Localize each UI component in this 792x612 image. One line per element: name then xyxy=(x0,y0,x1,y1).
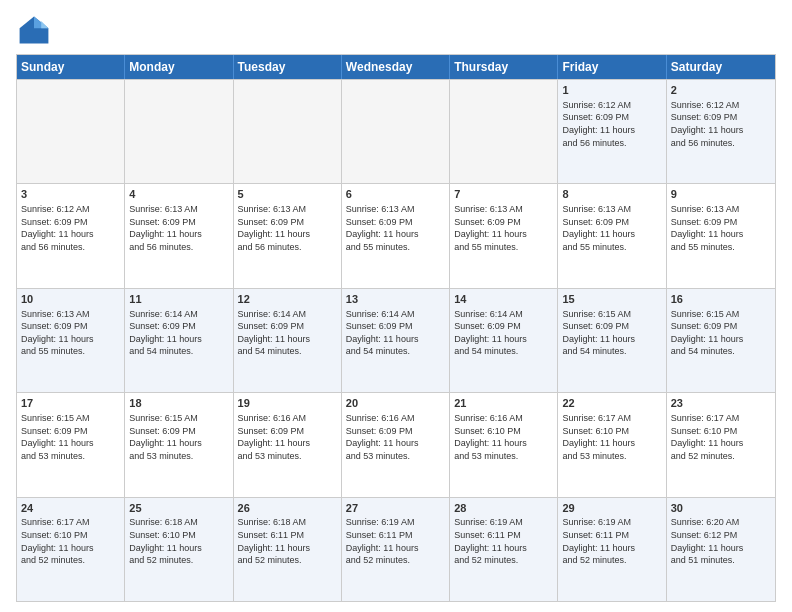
day-info: Sunrise: 6:20 AM Sunset: 6:12 PM Dayligh… xyxy=(671,516,771,566)
day-cell-7: 7Sunrise: 6:13 AM Sunset: 6:09 PM Daylig… xyxy=(450,184,558,287)
day-number: 21 xyxy=(454,396,553,411)
empty-cell xyxy=(125,80,233,183)
day-info: Sunrise: 6:19 AM Sunset: 6:11 PM Dayligh… xyxy=(346,516,445,566)
day-number: 29 xyxy=(562,501,661,516)
day-cell-12: 12Sunrise: 6:14 AM Sunset: 6:09 PM Dayli… xyxy=(234,289,342,392)
day-info: Sunrise: 6:12 AM Sunset: 6:09 PM Dayligh… xyxy=(562,99,661,149)
day-info: Sunrise: 6:15 AM Sunset: 6:09 PM Dayligh… xyxy=(21,412,120,462)
day-info: Sunrise: 6:14 AM Sunset: 6:09 PM Dayligh… xyxy=(454,308,553,358)
day-cell-6: 6Sunrise: 6:13 AM Sunset: 6:09 PM Daylig… xyxy=(342,184,450,287)
day-cell-13: 13Sunrise: 6:14 AM Sunset: 6:09 PM Dayli… xyxy=(342,289,450,392)
day-info: Sunrise: 6:15 AM Sunset: 6:09 PM Dayligh… xyxy=(129,412,228,462)
day-info: Sunrise: 6:18 AM Sunset: 6:11 PM Dayligh… xyxy=(238,516,337,566)
day-number: 25 xyxy=(129,501,228,516)
page: SundayMondayTuesdayWednesdayThursdayFrid… xyxy=(0,0,792,612)
day-info: Sunrise: 6:13 AM Sunset: 6:09 PM Dayligh… xyxy=(346,203,445,253)
day-cell-30: 30Sunrise: 6:20 AM Sunset: 6:12 PM Dayli… xyxy=(667,498,775,601)
calendar-header: SundayMondayTuesdayWednesdayThursdayFrid… xyxy=(17,55,775,79)
calendar-row-4: 24Sunrise: 6:17 AM Sunset: 6:10 PM Dayli… xyxy=(17,497,775,601)
day-cell-16: 16Sunrise: 6:15 AM Sunset: 6:09 PM Dayli… xyxy=(667,289,775,392)
day-cell-24: 24Sunrise: 6:17 AM Sunset: 6:10 PM Dayli… xyxy=(17,498,125,601)
day-info: Sunrise: 6:14 AM Sunset: 6:09 PM Dayligh… xyxy=(238,308,337,358)
day-number: 18 xyxy=(129,396,228,411)
day-info: Sunrise: 6:14 AM Sunset: 6:09 PM Dayligh… xyxy=(129,308,228,358)
day-number: 16 xyxy=(671,292,771,307)
header-day-friday: Friday xyxy=(558,55,666,79)
day-number: 5 xyxy=(238,187,337,202)
day-number: 30 xyxy=(671,501,771,516)
day-cell-5: 5Sunrise: 6:13 AM Sunset: 6:09 PM Daylig… xyxy=(234,184,342,287)
empty-cell xyxy=(450,80,558,183)
logo xyxy=(16,12,56,48)
day-cell-25: 25Sunrise: 6:18 AM Sunset: 6:10 PM Dayli… xyxy=(125,498,233,601)
day-number: 9 xyxy=(671,187,771,202)
day-number: 20 xyxy=(346,396,445,411)
day-number: 2 xyxy=(671,83,771,98)
day-info: Sunrise: 6:18 AM Sunset: 6:10 PM Dayligh… xyxy=(129,516,228,566)
day-info: Sunrise: 6:17 AM Sunset: 6:10 PM Dayligh… xyxy=(562,412,661,462)
day-number: 15 xyxy=(562,292,661,307)
day-cell-4: 4Sunrise: 6:13 AM Sunset: 6:09 PM Daylig… xyxy=(125,184,233,287)
day-cell-22: 22Sunrise: 6:17 AM Sunset: 6:10 PM Dayli… xyxy=(558,393,666,496)
day-cell-21: 21Sunrise: 6:16 AM Sunset: 6:10 PM Dayli… xyxy=(450,393,558,496)
day-info: Sunrise: 6:13 AM Sunset: 6:09 PM Dayligh… xyxy=(129,203,228,253)
day-number: 7 xyxy=(454,187,553,202)
day-cell-27: 27Sunrise: 6:19 AM Sunset: 6:11 PM Dayli… xyxy=(342,498,450,601)
day-number: 4 xyxy=(129,187,228,202)
empty-cell xyxy=(342,80,450,183)
day-number: 10 xyxy=(21,292,120,307)
header-day-monday: Monday xyxy=(125,55,233,79)
day-number: 19 xyxy=(238,396,337,411)
day-number: 13 xyxy=(346,292,445,307)
header xyxy=(16,12,776,48)
calendar-row-1: 3Sunrise: 6:12 AM Sunset: 6:09 PM Daylig… xyxy=(17,183,775,287)
day-info: Sunrise: 6:19 AM Sunset: 6:11 PM Dayligh… xyxy=(562,516,661,566)
day-number: 3 xyxy=(21,187,120,202)
day-number: 6 xyxy=(346,187,445,202)
empty-cell xyxy=(234,80,342,183)
day-cell-2: 2Sunrise: 6:12 AM Sunset: 6:09 PM Daylig… xyxy=(667,80,775,183)
day-number: 12 xyxy=(238,292,337,307)
day-cell-14: 14Sunrise: 6:14 AM Sunset: 6:09 PM Dayli… xyxy=(450,289,558,392)
day-cell-28: 28Sunrise: 6:19 AM Sunset: 6:11 PM Dayli… xyxy=(450,498,558,601)
day-cell-10: 10Sunrise: 6:13 AM Sunset: 6:09 PM Dayli… xyxy=(17,289,125,392)
day-cell-8: 8Sunrise: 6:13 AM Sunset: 6:09 PM Daylig… xyxy=(558,184,666,287)
day-number: 28 xyxy=(454,501,553,516)
svg-marker-2 xyxy=(41,21,48,28)
day-number: 27 xyxy=(346,501,445,516)
day-cell-11: 11Sunrise: 6:14 AM Sunset: 6:09 PM Dayli… xyxy=(125,289,233,392)
day-info: Sunrise: 6:13 AM Sunset: 6:09 PM Dayligh… xyxy=(454,203,553,253)
day-number: 11 xyxy=(129,292,228,307)
calendar-body: 1Sunrise: 6:12 AM Sunset: 6:09 PM Daylig… xyxy=(17,79,775,601)
day-number: 14 xyxy=(454,292,553,307)
day-cell-20: 20Sunrise: 6:16 AM Sunset: 6:09 PM Dayli… xyxy=(342,393,450,496)
calendar-row-0: 1Sunrise: 6:12 AM Sunset: 6:09 PM Daylig… xyxy=(17,79,775,183)
header-day-saturday: Saturday xyxy=(667,55,775,79)
day-number: 17 xyxy=(21,396,120,411)
day-info: Sunrise: 6:13 AM Sunset: 6:09 PM Dayligh… xyxy=(238,203,337,253)
calendar: SundayMondayTuesdayWednesdayThursdayFrid… xyxy=(16,54,776,602)
day-info: Sunrise: 6:13 AM Sunset: 6:09 PM Dayligh… xyxy=(21,308,120,358)
day-cell-23: 23Sunrise: 6:17 AM Sunset: 6:10 PM Dayli… xyxy=(667,393,775,496)
logo-icon xyxy=(16,12,52,48)
day-cell-26: 26Sunrise: 6:18 AM Sunset: 6:11 PM Dayli… xyxy=(234,498,342,601)
day-number: 8 xyxy=(562,187,661,202)
header-day-tuesday: Tuesday xyxy=(234,55,342,79)
day-cell-9: 9Sunrise: 6:13 AM Sunset: 6:09 PM Daylig… xyxy=(667,184,775,287)
day-number: 1 xyxy=(562,83,661,98)
calendar-row-3: 17Sunrise: 6:15 AM Sunset: 6:09 PM Dayli… xyxy=(17,392,775,496)
day-info: Sunrise: 6:17 AM Sunset: 6:10 PM Dayligh… xyxy=(21,516,120,566)
day-info: Sunrise: 6:15 AM Sunset: 6:09 PM Dayligh… xyxy=(562,308,661,358)
day-number: 23 xyxy=(671,396,771,411)
day-cell-3: 3Sunrise: 6:12 AM Sunset: 6:09 PM Daylig… xyxy=(17,184,125,287)
header-day-thursday: Thursday xyxy=(450,55,558,79)
day-cell-19: 19Sunrise: 6:16 AM Sunset: 6:09 PM Dayli… xyxy=(234,393,342,496)
header-day-sunday: Sunday xyxy=(17,55,125,79)
day-info: Sunrise: 6:19 AM Sunset: 6:11 PM Dayligh… xyxy=(454,516,553,566)
day-number: 26 xyxy=(238,501,337,516)
calendar-row-2: 10Sunrise: 6:13 AM Sunset: 6:09 PM Dayli… xyxy=(17,288,775,392)
day-info: Sunrise: 6:16 AM Sunset: 6:10 PM Dayligh… xyxy=(454,412,553,462)
day-info: Sunrise: 6:16 AM Sunset: 6:09 PM Dayligh… xyxy=(238,412,337,462)
empty-cell xyxy=(17,80,125,183)
day-cell-15: 15Sunrise: 6:15 AM Sunset: 6:09 PM Dayli… xyxy=(558,289,666,392)
